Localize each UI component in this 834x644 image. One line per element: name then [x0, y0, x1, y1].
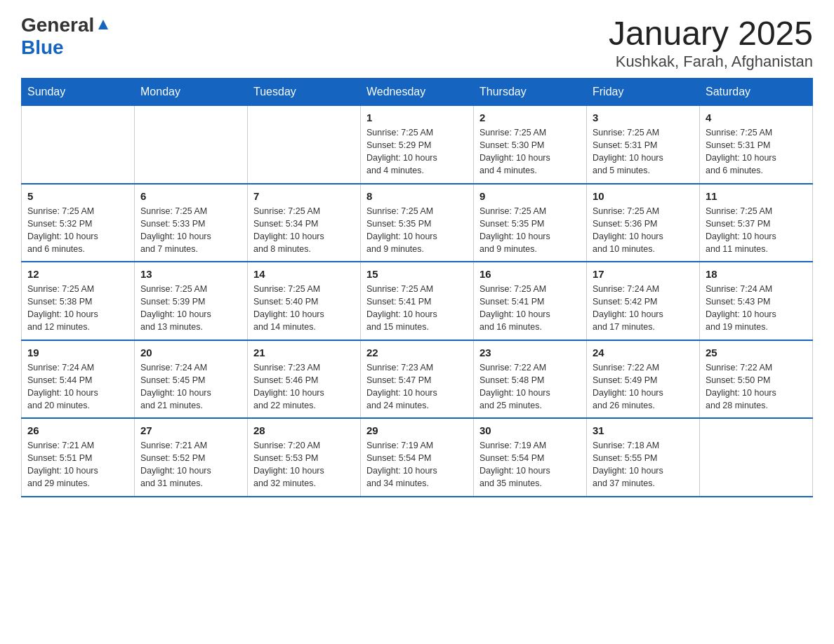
day-info: Sunrise: 7:24 AM Sunset: 5:42 PM Dayligh…: [593, 283, 694, 334]
calendar-day-cell: 29Sunrise: 7:19 AM Sunset: 5:54 PM Dayli…: [361, 418, 474, 497]
calendar-day-cell: 18Sunrise: 7:24 AM Sunset: 5:43 PM Dayli…: [700, 262, 813, 340]
day-info: Sunrise: 7:24 AM Sunset: 5:45 PM Dayligh…: [140, 361, 241, 412]
logo-blue-text: Blue: [21, 36, 64, 58]
day-number: 13: [140, 268, 241, 280]
day-number: 5: [27, 190, 128, 202]
day-number: 7: [253, 190, 355, 202]
day-info: Sunrise: 7:25 AM Sunset: 5:36 PM Dayligh…: [593, 205, 694, 256]
day-number: 19: [27, 347, 128, 358]
calendar-day-cell: 9Sunrise: 7:25 AM Sunset: 5:35 PM Daylig…: [474, 184, 587, 262]
day-of-week-header: Thursday: [474, 79, 587, 106]
calendar-day-cell: 8Sunrise: 7:25 AM Sunset: 5:35 PM Daylig…: [361, 184, 474, 262]
calendar-day-cell: 24Sunrise: 7:22 AM Sunset: 5:49 PM Dayli…: [587, 340, 700, 419]
calendar-day-cell: 15Sunrise: 7:25 AM Sunset: 5:41 PM Dayli…: [361, 262, 474, 340]
day-info: Sunrise: 7:20 AM Sunset: 5:53 PM Dayligh…: [253, 439, 355, 490]
day-number: 30: [479, 424, 581, 436]
calendar-week-row: 12Sunrise: 7:25 AM Sunset: 5:38 PM Dayli…: [22, 262, 813, 340]
day-number: 10: [593, 190, 694, 202]
days-of-week-row: SundayMondayTuesdayWednesdayThursdayFrid…: [22, 79, 813, 106]
calendar-day-cell: [700, 418, 813, 497]
day-number: 18: [706, 268, 807, 280]
calendar-day-cell: 6Sunrise: 7:25 AM Sunset: 5:33 PM Daylig…: [135, 184, 248, 262]
day-info: Sunrise: 7:25 AM Sunset: 5:34 PM Dayligh…: [253, 205, 355, 256]
day-info: Sunrise: 7:24 AM Sunset: 5:44 PM Dayligh…: [27, 361, 128, 412]
calendar-day-cell: 21Sunrise: 7:23 AM Sunset: 5:46 PM Dayli…: [248, 340, 361, 419]
day-info: Sunrise: 7:25 AM Sunset: 5:31 PM Dayligh…: [593, 126, 694, 177]
calendar-day-cell: 4Sunrise: 7:25 AM Sunset: 5:31 PM Daylig…: [700, 106, 813, 184]
calendar-day-cell: 17Sunrise: 7:24 AM Sunset: 5:42 PM Dayli…: [587, 262, 700, 340]
logo: General Blue: [21, 14, 111, 59]
day-number: 22: [366, 347, 468, 358]
calendar-day-cell: 10Sunrise: 7:25 AM Sunset: 5:36 PM Dayli…: [587, 184, 700, 262]
page-header: General Blue January 2025 Kushkak, Farah…: [21, 14, 813, 71]
day-info: Sunrise: 7:25 AM Sunset: 5:30 PM Dayligh…: [479, 126, 581, 177]
calendar-day-cell: 14Sunrise: 7:25 AM Sunset: 5:40 PM Dayli…: [248, 262, 361, 340]
day-number: 6: [140, 190, 241, 202]
day-info: Sunrise: 7:25 AM Sunset: 5:35 PM Dayligh…: [366, 205, 468, 256]
calendar-day-cell: 11Sunrise: 7:25 AM Sunset: 5:37 PM Dayli…: [700, 184, 813, 262]
logo-triangle-icon: [94, 17, 111, 34]
day-info: Sunrise: 7:24 AM Sunset: 5:43 PM Dayligh…: [706, 283, 807, 334]
day-number: 15: [366, 268, 468, 280]
day-of-week-header: Sunday: [22, 79, 135, 106]
calendar-day-cell: 13Sunrise: 7:25 AM Sunset: 5:39 PM Dayli…: [135, 262, 248, 340]
calendar-day-cell: 28Sunrise: 7:20 AM Sunset: 5:53 PM Dayli…: [248, 418, 361, 497]
calendar-day-cell: 5Sunrise: 7:25 AM Sunset: 5:32 PM Daylig…: [22, 184, 135, 262]
calendar-header: SundayMondayTuesdayWednesdayThursdayFrid…: [22, 79, 813, 106]
calendar-week-row: 5Sunrise: 7:25 AM Sunset: 5:32 PM Daylig…: [22, 184, 813, 262]
calendar-day-cell: 20Sunrise: 7:24 AM Sunset: 5:45 PM Dayli…: [135, 340, 248, 419]
calendar-day-cell: 27Sunrise: 7:21 AM Sunset: 5:52 PM Dayli…: [135, 418, 248, 497]
day-info: Sunrise: 7:25 AM Sunset: 5:37 PM Dayligh…: [706, 205, 807, 256]
day-info: Sunrise: 7:25 AM Sunset: 5:32 PM Dayligh…: [27, 205, 128, 256]
day-info: Sunrise: 7:25 AM Sunset: 5:29 PM Dayligh…: [366, 126, 468, 177]
day-info: Sunrise: 7:19 AM Sunset: 5:54 PM Dayligh…: [366, 439, 468, 490]
logo-general-text: General: [21, 14, 94, 36]
calendar-day-cell: [22, 106, 135, 184]
day-number: 29: [366, 424, 468, 436]
day-info: Sunrise: 7:21 AM Sunset: 5:51 PM Dayligh…: [27, 439, 128, 490]
calendar-day-cell: [135, 106, 248, 184]
day-info: Sunrise: 7:25 AM Sunset: 5:41 PM Dayligh…: [479, 283, 581, 334]
day-info: Sunrise: 7:25 AM Sunset: 5:31 PM Dayligh…: [706, 126, 807, 177]
calendar-subtitle: Kushkak, Farah, Afghanistan: [609, 53, 813, 71]
day-number: 24: [593, 347, 694, 358]
day-info: Sunrise: 7:22 AM Sunset: 5:50 PM Dayligh…: [706, 361, 807, 412]
calendar-day-cell: [248, 106, 361, 184]
day-number: 8: [366, 190, 468, 202]
day-number: 9: [479, 190, 581, 202]
day-number: 1: [366, 112, 468, 123]
day-number: 4: [706, 112, 807, 123]
calendar-week-row: 26Sunrise: 7:21 AM Sunset: 5:51 PM Dayli…: [22, 418, 813, 497]
day-number: 2: [479, 112, 581, 123]
calendar-day-cell: 2Sunrise: 7:25 AM Sunset: 5:30 PM Daylig…: [474, 106, 587, 184]
day-of-week-header: Tuesday: [248, 79, 361, 106]
calendar-week-row: 19Sunrise: 7:24 AM Sunset: 5:44 PM Dayli…: [22, 340, 813, 419]
day-number: 28: [253, 424, 355, 436]
calendar-day-cell: 22Sunrise: 7:23 AM Sunset: 5:47 PM Dayli…: [361, 340, 474, 419]
calendar-week-row: 1Sunrise: 7:25 AM Sunset: 5:29 PM Daylig…: [22, 106, 813, 184]
day-number: 23: [479, 347, 581, 358]
calendar-day-cell: 30Sunrise: 7:19 AM Sunset: 5:54 PM Dayli…: [474, 418, 587, 497]
calendar-title: January 2025: [609, 14, 813, 53]
day-number: 12: [27, 268, 128, 280]
day-number: 21: [253, 347, 355, 358]
day-info: Sunrise: 7:25 AM Sunset: 5:38 PM Dayligh…: [27, 283, 128, 334]
calendar-day-cell: 19Sunrise: 7:24 AM Sunset: 5:44 PM Dayli…: [22, 340, 135, 419]
day-info: Sunrise: 7:25 AM Sunset: 5:33 PM Dayligh…: [140, 205, 241, 256]
day-number: 31: [593, 424, 694, 436]
calendar-day-cell: 12Sunrise: 7:25 AM Sunset: 5:38 PM Dayli…: [22, 262, 135, 340]
calendar-body: 1Sunrise: 7:25 AM Sunset: 5:29 PM Daylig…: [22, 106, 813, 497]
day-of-week-header: Friday: [587, 79, 700, 106]
day-of-week-header: Saturday: [700, 79, 813, 106]
calendar-day-cell: 23Sunrise: 7:22 AM Sunset: 5:48 PM Dayli…: [474, 340, 587, 419]
day-info: Sunrise: 7:25 AM Sunset: 5:41 PM Dayligh…: [366, 283, 468, 334]
day-info: Sunrise: 7:22 AM Sunset: 5:48 PM Dayligh…: [479, 361, 581, 412]
day-info: Sunrise: 7:19 AM Sunset: 5:54 PM Dayligh…: [479, 439, 581, 490]
calendar-day-cell: 16Sunrise: 7:25 AM Sunset: 5:41 PM Dayli…: [474, 262, 587, 340]
title-section: January 2025 Kushkak, Farah, Afghanistan: [609, 14, 813, 71]
day-number: 26: [27, 424, 128, 436]
day-number: 14: [253, 268, 355, 280]
day-info: Sunrise: 7:21 AM Sunset: 5:52 PM Dayligh…: [140, 439, 241, 490]
calendar-day-cell: 26Sunrise: 7:21 AM Sunset: 5:51 PM Dayli…: [22, 418, 135, 497]
day-info: Sunrise: 7:25 AM Sunset: 5:39 PM Dayligh…: [140, 283, 241, 334]
